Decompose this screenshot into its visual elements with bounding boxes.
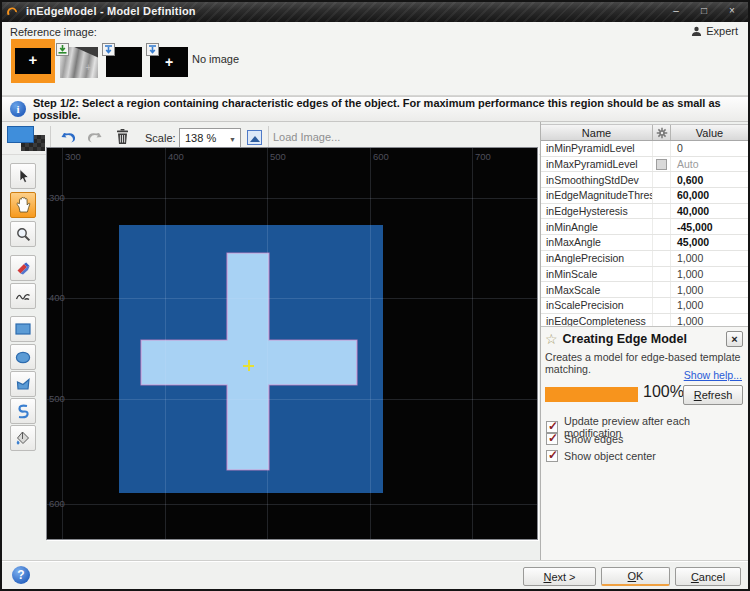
tool-polygon-region[interactable] xyxy=(10,371,36,397)
column-header-value[interactable]: Value xyxy=(671,125,748,140)
param-row[interactable]: inMinAngle-45,000 xyxy=(541,219,748,235)
show-help-link[interactable]: Show help... xyxy=(684,369,742,381)
tool-pan[interactable] xyxy=(10,192,36,218)
user-icon xyxy=(691,26,702,37)
ruler-label-top: 400 xyxy=(168,151,184,162)
param-row[interactable]: inMaxAngle45,000 xyxy=(541,235,748,251)
gridline xyxy=(47,504,537,505)
param-row[interactable]: inEdgeHysteresis40,000 xyxy=(541,204,748,220)
polygon-icon xyxy=(16,378,31,391)
plus-icon: + xyxy=(15,48,51,74)
option-show-object-center[interactable]: ✓ Show object center xyxy=(546,450,656,462)
checkbox: ✓ xyxy=(546,433,558,445)
ok-button[interactable]: OK xyxy=(601,567,670,586)
filter-star-icon: ☆ xyxy=(545,332,558,346)
help-button[interactable]: ? xyxy=(12,566,30,584)
param-row[interactable]: inScalePrecision1,000 xyxy=(541,298,748,314)
model-definition-dialog: inEdgeModel - Model Definition – □ × Ref… xyxy=(0,0,750,591)
squiggle-icon xyxy=(15,290,31,302)
rectangle-icon xyxy=(15,323,31,335)
panel-divider xyxy=(540,122,541,560)
scale-value: 138 % xyxy=(185,132,216,144)
param-row[interactable]: inEdgeMagnitudeThreshold60,000 xyxy=(541,188,748,204)
ruler-label-top: 500 xyxy=(270,151,286,162)
param-row[interactable]: inMinScale1,000 xyxy=(541,267,748,283)
checkmark-icon: ✓ xyxy=(548,448,558,462)
gridline xyxy=(370,148,371,539)
param-row[interactable]: inSmoothingStdDev0,600 xyxy=(541,172,748,188)
gridline xyxy=(47,399,537,400)
crosshair-icon: + xyxy=(85,62,91,73)
insert-badge-blue-2 xyxy=(146,43,159,56)
parameters-table: Name Value inMinPyramidLevel0 inMaxPyram… xyxy=(541,124,748,329)
tool-fill[interactable] xyxy=(10,425,36,451)
import-badge-green xyxy=(56,43,69,56)
ruler-label-left: 500 xyxy=(49,393,65,404)
next-button[interactable]: Next > xyxy=(523,567,596,586)
param-row[interactable]: inAnglePrecision1,000 xyxy=(541,251,748,267)
gridline xyxy=(47,298,537,299)
checkbox: ✓ xyxy=(546,450,558,462)
tool-freeshape-region[interactable] xyxy=(10,398,36,424)
gear-icon[interactable] xyxy=(653,125,671,140)
ruler-label-top: 700 xyxy=(475,151,491,162)
tool-eraser[interactable] xyxy=(10,255,36,281)
title-bar: inEdgeModel - Model Definition – □ × xyxy=(0,0,750,22)
region-rectangle-icon xyxy=(7,126,34,143)
gridline xyxy=(47,198,537,199)
tool-select[interactable] xyxy=(10,163,36,189)
trash-icon xyxy=(116,129,129,145)
undo-button[interactable] xyxy=(58,127,78,147)
minimize-button[interactable]: – xyxy=(664,3,688,19)
tool-zoom[interactable] xyxy=(10,221,36,247)
refresh-button[interactable]: Refresh xyxy=(683,385,743,405)
insert-badge-blue-1 xyxy=(102,43,115,56)
option-show-edges[interactable]: ✓ Show edges xyxy=(546,433,623,445)
panel-close-button[interactable]: × xyxy=(726,331,743,347)
object-center-marker xyxy=(243,360,254,371)
param-row[interactable]: inMaxScale1,000 xyxy=(541,282,748,298)
tool-rectangle-region[interactable] xyxy=(10,316,36,342)
panel-title: Creating Edge Model xyxy=(563,332,687,346)
plus-icon: + xyxy=(165,54,173,70)
reference-image-label: Reference image: xyxy=(10,26,97,38)
ruler-label-left: 400 xyxy=(49,292,65,303)
redo-icon xyxy=(86,130,103,145)
gridline xyxy=(62,148,63,539)
auto-checkbox[interactable] xyxy=(656,159,667,170)
param-row[interactable]: inMinPyramidLevel0 xyxy=(541,141,748,157)
expert-label: Expert xyxy=(706,25,738,37)
load-image-button[interactable]: Load Image... xyxy=(273,131,340,143)
cancel-button[interactable]: Cancel xyxy=(675,567,741,586)
step-text: Step 1/2: Select a region containing cha… xyxy=(33,97,748,121)
eraser-icon xyxy=(16,262,31,275)
image-canvas[interactable]: 300 400 500 600 700 300 400 500 600 xyxy=(46,147,538,540)
fit-view-button[interactable] xyxy=(247,130,262,145)
scale-combobox[interactable]: 138 % ▼ xyxy=(179,128,241,148)
reference-image-section: Reference image: Expert + + + No image xyxy=(2,22,748,96)
freeshape-icon xyxy=(16,404,30,419)
window-title: inEdgeModel - Model Definition xyxy=(26,5,196,17)
parameters-table-header: Name Value xyxy=(541,124,748,141)
progress-bar xyxy=(545,387,638,402)
redo-button[interactable] xyxy=(84,127,104,147)
checkmark-icon: ✓ xyxy=(548,431,558,445)
ruler-label-left: 300 xyxy=(49,192,65,203)
close-button[interactable]: × xyxy=(720,3,744,19)
column-header-name[interactable]: Name xyxy=(541,125,653,140)
gridline xyxy=(472,148,473,539)
ruler-label-top: 600 xyxy=(373,151,389,162)
delete-region-button[interactable] xyxy=(112,127,132,147)
expert-badge[interactable]: Expert xyxy=(691,25,738,37)
param-row[interactable]: inMaxPyramidLevelAuto xyxy=(541,157,748,173)
thumbnail-add-selected[interactable]: + xyxy=(11,39,55,83)
no-image-label: No image xyxy=(192,53,239,65)
dialog-footer: ? Next > OK Cancel xyxy=(2,560,748,589)
creating-edge-model-panel: ☆ Creating Edge Model × Creates a model … xyxy=(541,326,748,560)
tool-freehand-line[interactable] xyxy=(10,283,36,309)
maximize-button[interactable]: □ xyxy=(692,3,716,19)
edge-model-cross xyxy=(47,148,538,540)
cursor-arrow-icon xyxy=(17,169,30,184)
tool-ellipse-region[interactable] xyxy=(10,344,36,370)
app-icon xyxy=(6,5,19,18)
